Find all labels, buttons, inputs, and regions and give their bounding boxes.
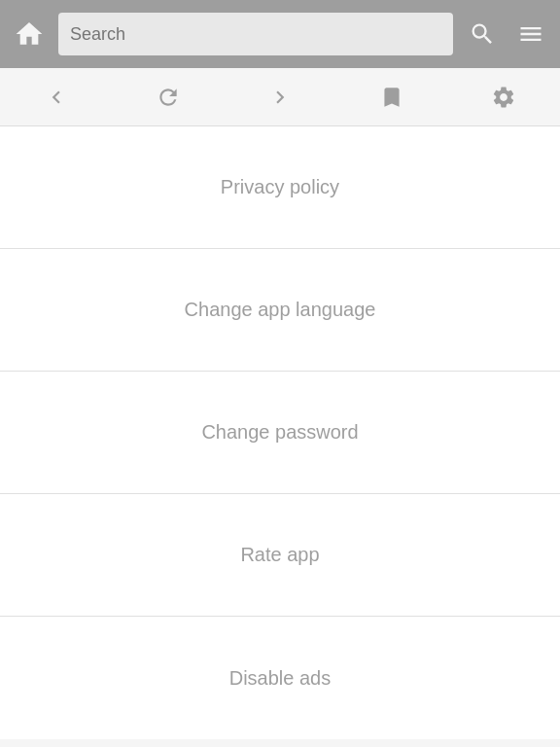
menu-item-label: Disable ads (229, 667, 332, 690)
menu-item-label: Privacy policy (221, 176, 339, 198)
menu-item-change-password[interactable]: Change password (0, 372, 560, 494)
menu-icon[interactable] (511, 15, 550, 53)
menu-item-label: Rate app (240, 544, 319, 566)
reload-button[interactable] (144, 73, 192, 122)
menu-list: Privacy policy Change app language Chang… (0, 126, 560, 739)
search-bar[interactable] (58, 13, 453, 55)
menu-item-change-language[interactable]: Change app language (0, 249, 560, 372)
nav-bar (0, 68, 560, 126)
top-bar (0, 0, 560, 68)
forward-button[interactable] (256, 73, 304, 122)
bookmark-button[interactable] (368, 73, 416, 122)
search-icon[interactable] (463, 15, 502, 53)
menu-item-label: Change password (201, 421, 358, 444)
menu-item-rate-app[interactable]: Rate app (0, 494, 560, 617)
menu-item-label: Change app language (185, 299, 376, 321)
back-button[interactable] (32, 73, 81, 122)
home-icon[interactable] (10, 15, 49, 53)
search-input[interactable] (70, 24, 441, 45)
settings-button[interactable] (479, 73, 528, 122)
menu-item-disable-ads[interactable]: Disable ads (0, 617, 560, 739)
menu-item-privacy-policy[interactable]: Privacy policy (0, 126, 560, 249)
